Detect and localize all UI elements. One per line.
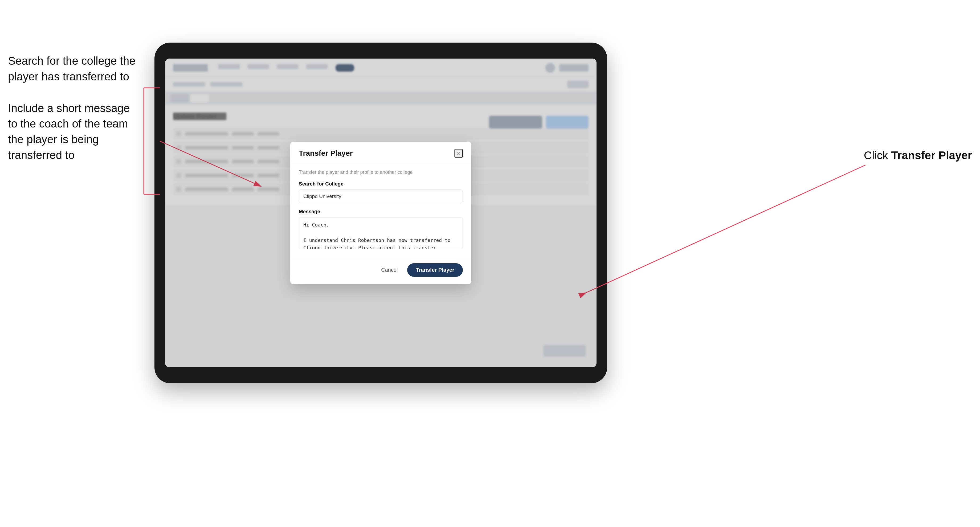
annotation-transfer-player-bold: Transfer Player — [891, 149, 972, 162]
right-annotation: Click Transfer Player — [864, 149, 972, 162]
message-label: Message — [299, 209, 463, 214]
transfer-player-modal: Transfer Player × Transfer the player an… — [290, 141, 471, 284]
college-search-input[interactable] — [299, 189, 463, 203]
cancel-button[interactable]: Cancel — [376, 264, 403, 276]
modal-footer: Cancel Transfer Player — [290, 258, 471, 284]
svg-line-6 — [586, 165, 865, 293]
modal-body: Transfer the player and their profile to… — [290, 163, 471, 258]
modal-overlay: Transfer Player × Transfer the player an… — [165, 59, 597, 367]
annotation-search-text: Search for the college theplayer has tra… — [8, 53, 135, 85]
modal-header: Transfer Player × — [290, 141, 471, 163]
modal-subtitle: Transfer the player and their profile to… — [299, 170, 463, 175]
tablet-frame: Update Roster — [154, 43, 607, 383]
modal-title: Transfer Player — [299, 149, 353, 157]
tablet-screen: Update Roster — [165, 59, 597, 367]
search-label: Search for College — [299, 181, 463, 187]
left-annotations: Search for the college theplayer has tra… — [8, 53, 135, 163]
annotation-message-text: Include a short messageto the coach of t… — [8, 101, 135, 163]
close-button[interactable]: × — [454, 149, 463, 157]
transfer-player-button[interactable]: Transfer Player — [407, 263, 463, 277]
message-textarea[interactable]: Hi Coach, I understand Chris Robertson h… — [299, 217, 463, 249]
